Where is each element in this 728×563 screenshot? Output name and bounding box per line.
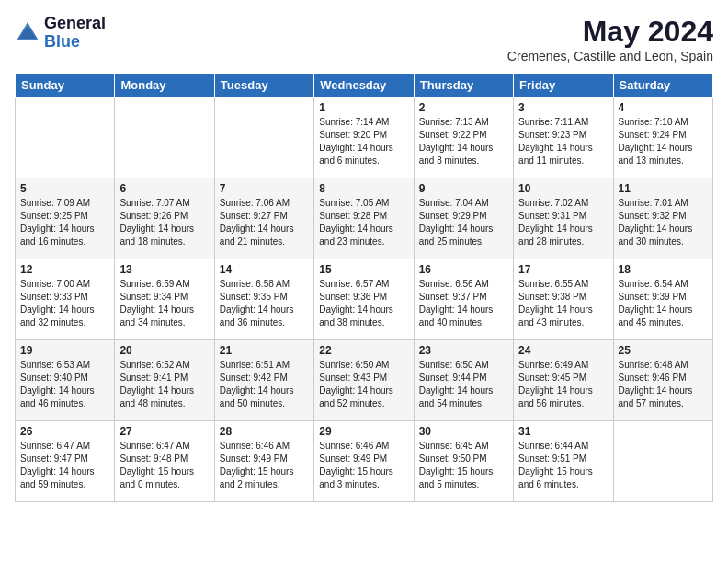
week-row-4: 19Sunrise: 6:53 AM Sunset: 9:40 PM Dayli… (16, 340, 713, 421)
calendar-cell (613, 421, 712, 502)
header: General Blue May 2024 Cremenes, Castille… (15, 15, 713, 63)
weekday-header-tuesday: Tuesday (214, 74, 313, 98)
day-info: Sunrise: 6:47 AM Sunset: 9:48 PM Dayligh… (119, 440, 209, 491)
logo-text: General Blue (44, 15, 106, 52)
calendar-cell: 1Sunrise: 7:14 AM Sunset: 9:20 PM Daylig… (314, 98, 414, 178)
calendar-cell: 18Sunrise: 6:54 AM Sunset: 9:39 PM Dayli… (613, 259, 712, 340)
calendar-cell: 13Sunrise: 6:59 AM Sunset: 9:34 PM Dayli… (115, 259, 214, 340)
svg-marker-1 (18, 26, 37, 39)
week-row-2: 5Sunrise: 7:09 AM Sunset: 9:25 PM Daylig… (16, 178, 713, 259)
day-info: Sunrise: 6:44 AM Sunset: 9:51 PM Dayligh… (518, 440, 608, 491)
day-number: 20 (119, 344, 209, 357)
day-info: Sunrise: 7:06 AM Sunset: 9:27 PM Dayligh… (220, 197, 309, 248)
day-info: Sunrise: 6:46 AM Sunset: 9:49 PM Dayligh… (220, 440, 309, 491)
weekday-header-thursday: Thursday (414, 74, 513, 98)
day-info: Sunrise: 7:02 AM Sunset: 9:31 PM Dayligh… (518, 197, 608, 248)
day-number: 3 (518, 101, 608, 114)
day-number: 5 (20, 182, 109, 195)
day-number: 16 (419, 263, 508, 276)
day-info: Sunrise: 6:46 AM Sunset: 9:49 PM Dayligh… (319, 440, 408, 491)
calendar-cell: 3Sunrise: 7:11 AM Sunset: 9:23 PM Daylig… (514, 98, 613, 178)
day-info: Sunrise: 7:05 AM Sunset: 9:28 PM Dayligh… (319, 197, 408, 248)
day-info: Sunrise: 6:50 AM Sunset: 9:43 PM Dayligh… (319, 359, 408, 410)
day-number: 8 (319, 182, 408, 195)
day-number: 6 (119, 182, 209, 195)
calendar-cell: 19Sunrise: 6:53 AM Sunset: 9:40 PM Dayli… (16, 340, 115, 421)
calendar-cell: 27Sunrise: 6:47 AM Sunset: 9:48 PM Dayli… (115, 421, 214, 502)
day-info: Sunrise: 6:50 AM Sunset: 9:44 PM Dayligh… (419, 359, 508, 410)
calendar-cell: 20Sunrise: 6:52 AM Sunset: 9:41 PM Dayli… (115, 340, 214, 421)
day-info: Sunrise: 6:58 AM Sunset: 9:35 PM Dayligh… (220, 278, 309, 329)
day-info: Sunrise: 7:04 AM Sunset: 9:29 PM Dayligh… (419, 197, 508, 248)
calendar-cell: 6Sunrise: 7:07 AM Sunset: 9:26 PM Daylig… (115, 178, 214, 259)
day-number: 9 (419, 182, 508, 195)
day-info: Sunrise: 7:11 AM Sunset: 9:23 PM Dayligh… (518, 116, 608, 167)
calendar-cell: 14Sunrise: 6:58 AM Sunset: 9:35 PM Dayli… (214, 259, 313, 340)
day-number: 18 (619, 263, 708, 276)
calendar-cell: 26Sunrise: 6:47 AM Sunset: 9:47 PM Dayli… (16, 421, 115, 502)
day-number: 28 (220, 425, 309, 438)
page: General Blue May 2024 Cremenes, Castille… (0, 0, 728, 511)
day-number: 25 (619, 344, 708, 357)
day-number: 27 (119, 425, 209, 438)
day-number: 14 (220, 263, 309, 276)
calendar-cell: 8Sunrise: 7:05 AM Sunset: 9:28 PM Daylig… (314, 178, 414, 259)
calendar-cell: 31Sunrise: 6:44 AM Sunset: 9:51 PM Dayli… (514, 421, 613, 502)
day-info: Sunrise: 6:45 AM Sunset: 9:50 PM Dayligh… (419, 440, 508, 491)
day-info: Sunrise: 6:54 AM Sunset: 9:39 PM Dayligh… (619, 278, 708, 329)
calendar-cell: 16Sunrise: 6:56 AM Sunset: 9:37 PM Dayli… (414, 259, 513, 340)
calendar-cell: 15Sunrise: 6:57 AM Sunset: 9:36 PM Dayli… (314, 259, 414, 340)
day-info: Sunrise: 6:52 AM Sunset: 9:41 PM Dayligh… (119, 359, 209, 410)
day-number: 10 (518, 182, 608, 195)
day-info: Sunrise: 7:09 AM Sunset: 9:25 PM Dayligh… (20, 197, 109, 248)
calendar-cell: 9Sunrise: 7:04 AM Sunset: 9:29 PM Daylig… (414, 178, 513, 259)
day-info: Sunrise: 7:10 AM Sunset: 9:24 PM Dayligh… (619, 116, 708, 167)
calendar-cell: 7Sunrise: 7:06 AM Sunset: 9:27 PM Daylig… (214, 178, 313, 259)
calendar-cell (214, 98, 313, 178)
day-number: 21 (220, 344, 309, 357)
calendar-cell (16, 98, 115, 178)
calendar-table: SundayMondayTuesdayWednesdayThursdayFrid… (15, 73, 713, 502)
month-title: May 2024 (507, 15, 713, 49)
day-info: Sunrise: 6:48 AM Sunset: 9:46 PM Dayligh… (619, 359, 708, 410)
day-info: Sunrise: 6:55 AM Sunset: 9:38 PM Dayligh… (518, 278, 608, 329)
logo-blue-text: Blue (44, 33, 106, 52)
day-number: 11 (619, 182, 708, 195)
day-number: 7 (220, 182, 309, 195)
day-number: 31 (518, 425, 608, 438)
weekday-header-row: SundayMondayTuesdayWednesdayThursdayFrid… (16, 74, 713, 98)
weekday-header-wednesday: Wednesday (314, 74, 414, 98)
calendar-cell: 10Sunrise: 7:02 AM Sunset: 9:31 PM Dayli… (514, 178, 613, 259)
day-info: Sunrise: 7:13 AM Sunset: 9:22 PM Dayligh… (419, 116, 508, 167)
day-info: Sunrise: 6:57 AM Sunset: 9:36 PM Dayligh… (319, 278, 408, 329)
day-number: 1 (319, 101, 408, 114)
calendar-cell: 28Sunrise: 6:46 AM Sunset: 9:49 PM Dayli… (214, 421, 313, 502)
day-number: 24 (518, 344, 608, 357)
calendar-cell: 5Sunrise: 7:09 AM Sunset: 9:25 PM Daylig… (16, 178, 115, 259)
calendar-cell: 11Sunrise: 7:01 AM Sunset: 9:32 PM Dayli… (613, 178, 712, 259)
day-info: Sunrise: 6:47 AM Sunset: 9:47 PM Dayligh… (20, 440, 109, 491)
weekday-header-saturday: Saturday (613, 74, 712, 98)
day-info: Sunrise: 6:53 AM Sunset: 9:40 PM Dayligh… (20, 359, 109, 410)
day-number: 26 (20, 425, 109, 438)
calendar-cell: 30Sunrise: 6:45 AM Sunset: 9:50 PM Dayli… (414, 421, 513, 502)
location-title: Cremenes, Castille and Leon, Spain (507, 49, 713, 63)
weekday-header-monday: Monday (115, 74, 214, 98)
weekday-header-sunday: Sunday (16, 74, 115, 98)
calendar-cell: 2Sunrise: 7:13 AM Sunset: 9:22 PM Daylig… (414, 98, 513, 178)
calendar-cell: 24Sunrise: 6:49 AM Sunset: 9:45 PM Dayli… (514, 340, 613, 421)
week-row-5: 26Sunrise: 6:47 AM Sunset: 9:47 PM Dayli… (16, 421, 713, 502)
calendar-cell: 17Sunrise: 6:55 AM Sunset: 9:38 PM Dayli… (514, 259, 613, 340)
day-info: Sunrise: 7:00 AM Sunset: 9:33 PM Dayligh… (20, 278, 109, 329)
day-number: 15 (319, 263, 408, 276)
calendar-cell: 21Sunrise: 6:51 AM Sunset: 9:42 PM Dayli… (214, 340, 313, 421)
day-number: 22 (319, 344, 408, 357)
day-info: Sunrise: 6:49 AM Sunset: 9:45 PM Dayligh… (518, 359, 608, 410)
calendar-cell: 22Sunrise: 6:50 AM Sunset: 9:43 PM Dayli… (314, 340, 414, 421)
calendar-cell (115, 98, 214, 178)
day-info: Sunrise: 6:51 AM Sunset: 9:42 PM Dayligh… (220, 359, 309, 410)
title-block: May 2024 Cremenes, Castille and Leon, Sp… (507, 15, 713, 63)
day-number: 2 (419, 101, 508, 114)
day-info: Sunrise: 7:07 AM Sunset: 9:26 PM Dayligh… (119, 197, 209, 248)
day-number: 29 (319, 425, 408, 438)
